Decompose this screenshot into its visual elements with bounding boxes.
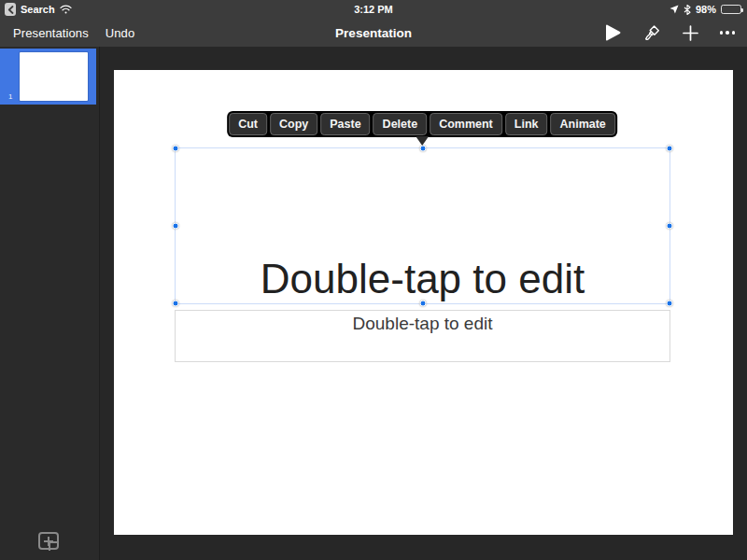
slides-app: Search 3:12 PM 98%: [0, 0, 747, 560]
selection-handle-bottom-left[interactable]: [173, 301, 179, 307]
slide-thumbnail: [20, 52, 88, 101]
wifi-icon: [60, 5, 72, 14]
status-indicators: 98%: [669, 0, 741, 19]
format-paint-icon: [642, 24, 661, 42]
selection-handle-bottom-right[interactable]: [667, 301, 673, 307]
format-button[interactable]: [642, 24, 661, 42]
play-icon: [605, 24, 621, 41]
more-button[interactable]: [720, 31, 736, 35]
location-arrow-icon: [669, 5, 679, 14]
slide-number: 1: [8, 92, 12, 101]
slide-thumbnail-item-1[interactable]: 1: [0, 49, 96, 105]
bluetooth-icon: [684, 5, 691, 15]
status-bar: Search 3:12 PM 98%: [0, 0, 747, 19]
slide-canvas[interactable]: Cut Copy Paste Delete Comment Link Anima…: [114, 70, 733, 535]
menu-item-link[interactable]: Link: [505, 113, 548, 135]
battery-icon: [721, 5, 741, 14]
selection-handle-bottom-center[interactable]: [419, 301, 426, 307]
selection-handle-middle-left[interactable]: [173, 223, 179, 230]
add-slide-button[interactable]: [38, 532, 59, 550]
title-placeholder-text: Double-tap to edit: [176, 256, 669, 301]
battery-percent: 98%: [696, 4, 716, 15]
plus-icon: [683, 25, 698, 41]
menu-item-delete[interactable]: Delete: [374, 113, 428, 135]
menu-item-cut[interactable]: Cut: [229, 113, 267, 135]
context-menu: Cut Copy Paste Delete Comment Link Anima…: [227, 111, 617, 137]
filmstrip-panel: 1: [0, 47, 100, 560]
ellipsis-icon: [720, 31, 736, 35]
menu-item-comment[interactable]: Comment: [430, 113, 502, 135]
editor-canvas: Cut Copy Paste Delete Comment Link Anima…: [101, 47, 747, 560]
selection-handle-top-center[interactable]: [419, 146, 426, 152]
presentations-back-button[interactable]: Presentations: [13, 26, 89, 40]
context-menu-pointer: [416, 136, 429, 146]
subtitle-placeholder[interactable]: Double-tap to edit: [175, 310, 670, 362]
selection-handle-top-right[interactable]: [667, 146, 673, 152]
menu-item-animate[interactable]: Animate: [551, 113, 615, 135]
selection-handle-middle-right[interactable]: [667, 223, 673, 230]
back-to-app-button[interactable]: Search: [5, 0, 72, 19]
undo-button[interactable]: Undo: [106, 26, 134, 40]
present-button[interactable]: [605, 24, 621, 41]
insert-button[interactable]: [683, 25, 698, 41]
back-app-label: Search: [21, 4, 55, 15]
menu-item-copy[interactable]: Copy: [270, 113, 317, 135]
clock: 3:12 PM: [0, 0, 747, 19]
app-toolbar: Presentations Undo Presentation: [0, 19, 747, 47]
title-placeholder-selected[interactable]: Double-tap to edit: [175, 147, 670, 304]
menu-item-paste[interactable]: Paste: [320, 113, 370, 135]
back-chevron-icon: [5, 3, 16, 16]
subtitle-placeholder-text: Double-tap to edit: [176, 314, 669, 334]
selection-handle-top-left[interactable]: [173, 146, 179, 152]
